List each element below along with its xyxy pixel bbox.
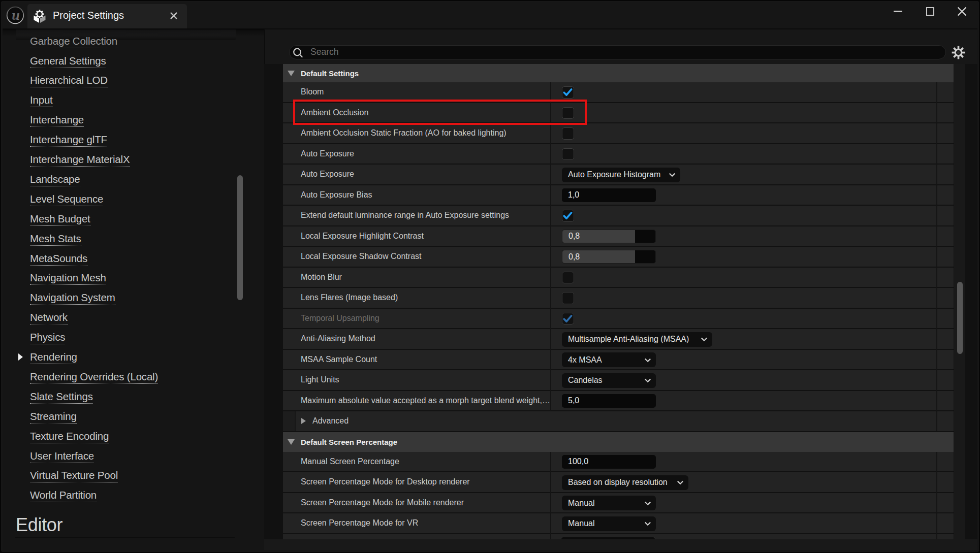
svg-text:u: u [12, 7, 20, 23]
